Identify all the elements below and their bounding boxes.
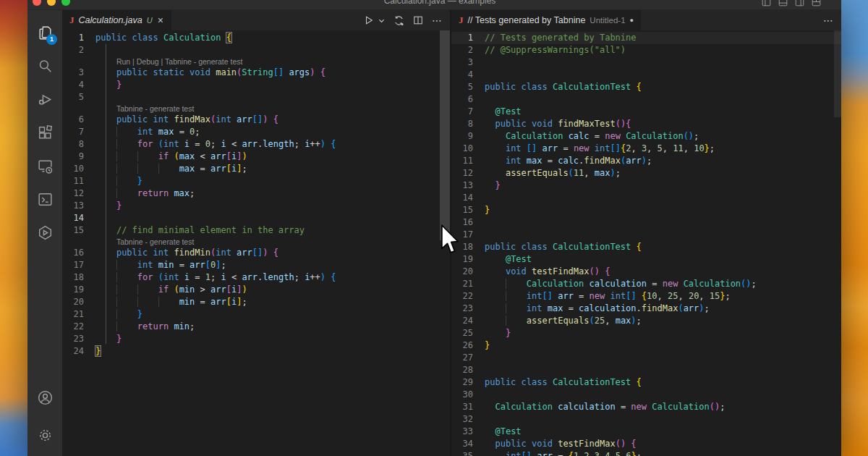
- code-line: 27: [451, 352, 841, 364]
- code-line: 7 @Test: [451, 106, 841, 118]
- code-line: 33 @Test: [451, 426, 841, 438]
- tabnine-icon: [36, 224, 54, 242]
- codelens-link[interactable]: Tabnine - generate test: [116, 237, 194, 246]
- extensions-icon: [36, 124, 54, 142]
- sidebar-item-remote-explorer[interactable]: [27, 149, 62, 182]
- modified-dot-icon[interactable]: ●: [630, 17, 634, 24]
- code-line: 19 @Test: [451, 253, 841, 266]
- split-editor-icon[interactable]: [413, 15, 423, 25]
- java-file-icon: J: [459, 14, 464, 26]
- desktop-wallpaper-left: [0, 0, 29, 456]
- code-line: 23 int max = calculation.findMax(arr);: [451, 303, 841, 315]
- editor-untitled-tests[interactable]: 1// Tests generated by Tabnine2// @Suppr…: [451, 30, 841, 456]
- code-line: 9 Calculation calc = new Calculation();: [451, 130, 841, 143]
- account-icon: [36, 389, 54, 407]
- layout-controls: [762, 0, 821, 7]
- explorer-badge: 1: [46, 34, 57, 45]
- codelens-line: Tabnine - generate test: [62, 104, 450, 114]
- code-line: 5public class CalculationTest {: [451, 81, 841, 93]
- traffic-lights: [33, 0, 70, 6]
- terminal-icon: [36, 190, 54, 208]
- right-tab-bar: J // Tests generated by Tabnine Untitled…: [451, 10, 841, 30]
- code-line: 34 public void testFindMax() {: [451, 438, 841, 450]
- toggle-panel-icon[interactable]: [778, 0, 788, 7]
- zoom-window-button[interactable]: [61, 0, 70, 6]
- right-editor-actions: ⋯: [823, 10, 841, 30]
- toggle-secondary-sidebar-icon[interactable]: [795, 0, 804, 7]
- tab-label: Calculation.java: [79, 15, 142, 25]
- code-line: 10 max = arr[i];: [62, 163, 450, 175]
- code-line: 32: [451, 413, 841, 426]
- left-tab-bar: J Calculation.java U × ⋯: [62, 10, 450, 30]
- code-line: 16: [451, 216, 841, 229]
- sidebar-item-terminal[interactable]: [27, 182, 62, 216]
- codelens-link[interactable]: Tabnine - generate test: [116, 104, 194, 113]
- close-tab-icon[interactable]: ×: [157, 15, 164, 25]
- code-line: 12 return max;: [62, 187, 450, 200]
- code-line: 10 int [] arr = new int[]{2, 3, 5, 11, 1…: [451, 143, 841, 155]
- title-bar: Calculation.java — examples: [27, 0, 841, 10]
- codelens-link[interactable]: Run: [116, 57, 130, 66]
- sidebar-item-tabnine[interactable]: [27, 216, 62, 249]
- run-dropdown-chevron-icon[interactable]: [378, 17, 385, 24]
- code-line: 35 int[] arr = {1,2,3,4,5,6};: [451, 450, 841, 456]
- code-line: 24}: [62, 345, 450, 358]
- code-line: 6: [451, 93, 841, 106]
- code-line: 6 public int findMax(int arr[]) {: [62, 114, 450, 126]
- code-line: 9 if (max < arr[i]): [62, 151, 450, 163]
- code-line: 4: [451, 69, 841, 81]
- code-line: 4 }: [62, 79, 450, 91]
- code-line: 29public class CalculationTest {: [451, 376, 841, 389]
- right-editor-scrollbar[interactable]: [834, 30, 841, 117]
- settings-button[interactable]: [27, 418, 62, 452]
- toggle-primary-sidebar-icon[interactable]: [762, 0, 771, 7]
- codelens-link[interactable]: Tabnine - generate test: [165, 57, 242, 66]
- code-line: 8 public void findMaxTest(){: [451, 118, 841, 130]
- run-java-button[interactable]: [364, 15, 374, 25]
- code-line: 17: [451, 229, 841, 241]
- code-line: 8 for (int i = 0; i < arr.length; i++) {: [62, 138, 450, 151]
- customize-layout-icon[interactable]: [812, 0, 821, 7]
- code-line: 11 }: [62, 175, 450, 187]
- codelens-link[interactable]: Debug: [137, 57, 159, 66]
- tab-tests-generated-by-tabnine[interactable]: J // Tests generated by Tabnine Untitled…: [451, 10, 642, 30]
- editor-group-right: J // Tests generated by Tabnine Untitled…: [450, 10, 841, 456]
- java-file-icon: J: [69, 14, 75, 26]
- remote-explorer-icon: [36, 157, 54, 175]
- close-window-button[interactable]: [33, 0, 41, 6]
- code-line: 12 assertEquals(11, max);: [451, 167, 841, 180]
- code-line: 13 }: [451, 180, 841, 192]
- sidebar-item-explorer[interactable]: 1: [27, 16, 62, 49]
- code-line: 1// Tests generated by Tabnine: [451, 32, 841, 44]
- sidebar-item-search[interactable]: [27, 49, 62, 83]
- code-line: 31 Calculation calculation = new Calcula…: [451, 401, 841, 413]
- accounts-button[interactable]: [27, 381, 62, 414]
- code-line: 21 Calculation calculation = new Calcula…: [451, 278, 841, 290]
- code-line: 15 // find minimal element in the array: [62, 224, 450, 237]
- code-line: 11 int max = calc.findMax(arr);: [451, 155, 841, 167]
- sync-changes-icon[interactable]: [393, 15, 404, 26]
- sidebar-item-run-debug[interactable]: [27, 83, 62, 116]
- left-editor-actions: ⋯: [364, 10, 450, 30]
- more-actions-icon[interactable]: ⋯: [432, 14, 443, 26]
- editor-calculation-java[interactable]: 1public class Calculation {2 Run | Debug…: [62, 30, 450, 456]
- minimize-window-button[interactable]: [47, 0, 56, 6]
- sidebar-item-extensions[interactable]: [27, 116, 62, 149]
- editor-group-left: J Calculation.java U × ⋯: [62, 10, 450, 456]
- code-line: 22 int[] arr = new int[] {10, 25, 20, 15…: [451, 290, 841, 303]
- tab-description: Untitled-1: [590, 16, 625, 25]
- left-editor-scrollbar[interactable]: [440, 30, 450, 240]
- code-line: 14: [62, 212, 450, 224]
- code-line: 15}: [451, 204, 841, 216]
- tab-label: // Tests generated by Tabnine: [468, 15, 586, 25]
- code-line: 22 return min;: [62, 321, 450, 333]
- codelens-line: Tabnine - generate test: [62, 237, 450, 247]
- code-line: 24 assertEquals(25, max);: [451, 315, 841, 327]
- code-line: 2// @SuppressWarnings("all"): [451, 44, 841, 56]
- more-actions-icon[interactable]: ⋯: [823, 14, 834, 26]
- window-title: Calculation.java — examples: [331, 0, 548, 6]
- code-line: 21 }: [62, 308, 450, 321]
- code-line: 14: [451, 192, 841, 204]
- code-line: 26}: [451, 339, 841, 352]
- tab-calculation-java[interactable]: J Calculation.java U ×: [62, 10, 172, 30]
